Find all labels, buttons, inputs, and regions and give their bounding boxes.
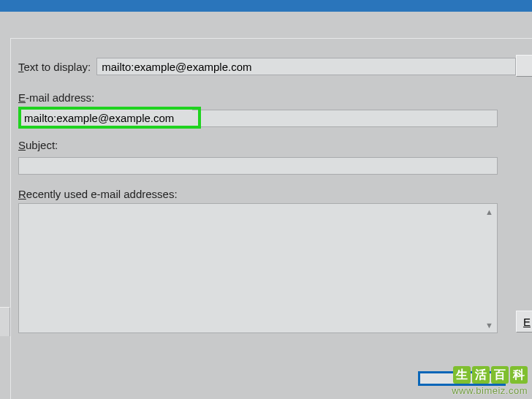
email-address-highlight: [18, 107, 201, 129]
email-address-section: E-mail address:: [18, 91, 516, 129]
email-address-input[interactable]: [21, 110, 192, 126]
email-hyperlink-panel: Text to display: E-mail address: Subject…: [10, 38, 532, 399]
recent-section: Recently used e-mail addresses: ▲ ▼: [18, 188, 516, 333]
scroll-down-icon[interactable]: ▼: [483, 319, 495, 331]
recent-label: Recently used e-mail addresses:: [18, 188, 516, 200]
text-to-display-label: Text to display:: [18, 61, 91, 73]
text-to-display-row: Text to display:: [18, 58, 516, 75]
subject-input[interactable]: [18, 157, 498, 175]
scroll-up-icon[interactable]: ▲: [483, 205, 495, 218]
window-titlebar: [0, 0, 532, 12]
hyperlink-dialog: Text to display: E-mail address: Subject…: [0, 0, 532, 399]
left-pane-fragment: [0, 307, 10, 336]
ok-button-fragment[interactable]: [418, 371, 506, 386]
text-to-display-input[interactable]: [96, 58, 516, 75]
email-address-label: E-mail address:: [18, 91, 516, 104]
recent-addresses-listbox[interactable]: ▲ ▼: [18, 203, 498, 333]
subject-label: Subject:: [18, 139, 516, 151]
screentip-button-fragment[interactable]: [516, 55, 532, 77]
subject-section: Subject:: [18, 139, 516, 175]
side-button-fragment[interactable]: E: [516, 311, 532, 332]
